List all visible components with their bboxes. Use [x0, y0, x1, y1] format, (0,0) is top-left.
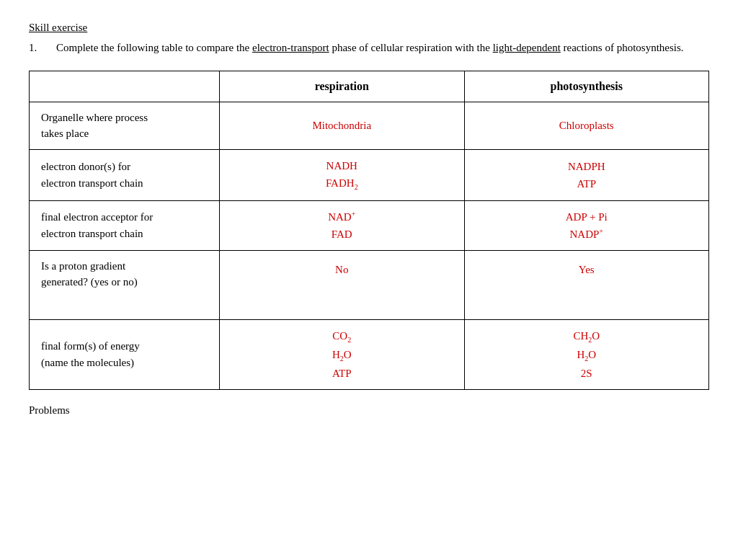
row-label-electron-acceptor: final electron acceptor forelectron tran…	[30, 200, 220, 250]
table-row: final form(s) of energy(name the molecul…	[30, 319, 709, 389]
header-col-respiration: respiration	[220, 71, 464, 102]
page-content: Skill exercise 1. Complete the following…	[29, 22, 709, 417]
row-label-proton-gradient: Is a proton gradientgenerated? (yes or n…	[30, 250, 220, 319]
row-resp-energy-form: CO2H2OATP	[220, 319, 464, 389]
section-title: Skill exercise	[29, 22, 709, 34]
row-photo-electron-donor: NADPHATP	[464, 149, 709, 200]
instruction-text: Complete the following table to compare …	[56, 40, 709, 56]
problems-label: Problems	[29, 404, 709, 417]
comparison-table: respiration photosynthesis Organelle whe…	[29, 71, 709, 390]
row-photo-energy-form: CH2OH2O2S	[464, 319, 709, 389]
header-col-label	[30, 71, 220, 102]
row-label-organelle: Organelle where processtakes place	[30, 102, 220, 149]
row-resp-electron-donor: NADHFADH2	[220, 149, 464, 200]
table-row: electron donor(s) forelectron transport …	[30, 149, 709, 200]
row-resp-electron-acceptor: NAD+FAD	[220, 200, 464, 250]
row-label-electron-donor: electron donor(s) forelectron transport …	[30, 149, 220, 200]
exercise-instruction: 1. Complete the following table to compa…	[29, 40, 709, 56]
table-row: final electron acceptor forelectron tran…	[30, 200, 709, 250]
row-photo-proton-gradient: Yes	[464, 250, 709, 319]
row-resp-proton-gradient: No	[220, 250, 464, 319]
header-col-photosynthesis: photosynthesis	[464, 71, 709, 102]
table-row: Organelle where processtakes place Mitoc…	[30, 102, 709, 149]
row-resp-organelle: Mitochondria	[220, 102, 464, 149]
exercise-number: 1.	[29, 40, 50, 56]
table-header-row: respiration photosynthesis	[30, 71, 709, 102]
table-row: Is a proton gradientgenerated? (yes or n…	[30, 250, 709, 319]
row-label-energy-form: final form(s) of energy(name the molecul…	[30, 319, 220, 389]
row-photo-electron-acceptor: ADP + PiNADP+	[464, 200, 709, 250]
row-photo-organelle: Chloroplasts	[464, 102, 709, 149]
light-dependent-link: light-dependent	[493, 42, 561, 53]
electron-transport-link: electron-transport	[252, 42, 329, 53]
